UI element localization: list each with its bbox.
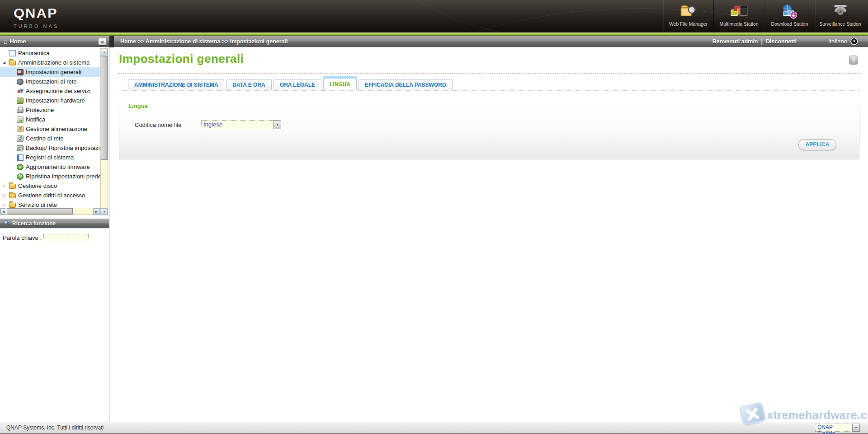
chevron-down-icon[interactable]: ▼ xyxy=(274,120,281,129)
network-settings-icon xyxy=(17,79,24,85)
keyword-label: Parola chiave : xyxy=(3,234,42,241)
theme-select-value: QNAP Classic xyxy=(815,424,852,432)
breadcrumb-bar: Home >> Amministrazione di sistema >> Im… xyxy=(114,36,868,47)
lingua-panel: Lingua Codifica nome file Inglese ▼ APPL… xyxy=(119,103,859,159)
surveillance-station-button[interactable]: Surveillance Station xyxy=(815,0,865,33)
sidebar-header: ⌂ Home « xyxy=(0,36,109,47)
sidebar-item-protezione[interactable]: Protezione xyxy=(0,105,100,115)
station-label: Surveillance Station xyxy=(816,21,864,26)
caret-collapsed-icon[interactable]: ▷ xyxy=(3,184,9,188)
language-label: Italiano xyxy=(828,38,847,45)
tab-ora-legale[interactable]: ORA LEGALE xyxy=(274,79,321,90)
function-search-body: Parola chiave : xyxy=(0,229,109,247)
station-label: Web File Manager xyxy=(665,21,712,26)
function-search-title: Ricerca funzione xyxy=(12,220,56,227)
tree-vertical-scrollbar[interactable]: ▲ ▼ xyxy=(100,48,108,215)
folder-icon xyxy=(9,203,16,208)
tab-lingua[interactable]: LINGUA xyxy=(323,76,357,90)
app-header: QNAP TURBO NAS Web File Manager xyxy=(0,0,868,33)
chevron-down-icon[interactable]: ▼ xyxy=(852,424,860,432)
accent-divider xyxy=(0,33,868,36)
band-divider xyxy=(109,36,114,47)
web-file-manager-button[interactable]: Web File Manager xyxy=(663,0,713,33)
notification-icon xyxy=(17,117,24,123)
chevron-down-icon[interactable]: ▼ xyxy=(850,37,858,45)
sidebar: Panoramica ◢ Amministrazione di sistema … xyxy=(0,47,109,422)
caret-expanded-icon[interactable]: ◢ xyxy=(3,61,9,65)
sidebar-item-amministrazione-di-sistema[interactable]: ◢ Amministrazione di sistema xyxy=(0,58,100,67)
qnap-admin-page: QNAP TURBO NAS Web File Manager xyxy=(0,0,868,434)
logout-link[interactable]: Disconnetti xyxy=(766,38,797,45)
keyword-input[interactable] xyxy=(43,234,89,241)
folder-icon xyxy=(9,193,16,198)
scroll-down-icon[interactable]: ▼ xyxy=(101,208,108,215)
sidebar-item-impostazioni-di-rete[interactable]: Impostazioni di rete xyxy=(0,77,100,86)
station-label: Download Station xyxy=(766,21,813,26)
folder-icon xyxy=(9,184,16,189)
qnap-logo: QNAP TURBO NAS xyxy=(14,5,59,29)
lock-icon xyxy=(17,109,24,113)
filename-encoding-value: Inglese xyxy=(201,120,274,129)
apply-button[interactable]: APPLICA xyxy=(798,139,836,150)
function-search-header: Ricerca funzione xyxy=(0,219,109,229)
folder-open-icon xyxy=(9,61,16,65)
tab-data-e-ora[interactable]: DATA E ORA xyxy=(226,79,271,90)
download-station-icon xyxy=(764,4,815,20)
system-logs-icon xyxy=(17,154,24,161)
footer: QNAP Systems, Inc. Tutti i diritti riser… xyxy=(0,422,868,434)
help-icon[interactable]: ? xyxy=(849,56,858,65)
caret-collapsed-icon[interactable]: ▷ xyxy=(3,203,9,207)
vertical-scroll-thumb[interactable] xyxy=(101,56,108,160)
sidebar-item-impostazioni-generali[interactable]: Impostazioni generali xyxy=(0,67,100,77)
theme-select[interactable]: QNAP Classic ▼ xyxy=(815,424,860,432)
sidebar-item-ripristina-impostazioni-predefinite[interactable]: Ripristina impostazioni predefir xyxy=(0,172,100,181)
hardware-icon xyxy=(17,98,24,104)
language-selector[interactable]: Italiano ▼ xyxy=(828,37,858,45)
sidebar-item-gestione-diritti-di-accesso[interactable]: ▷ Gestione diritti di accesso xyxy=(0,191,100,200)
sidebar-item-cestino-di-rete[interactable]: Cestino di rete xyxy=(0,134,100,143)
sidebar-item-gestione-alimentazione[interactable]: Gestione alimentazione xyxy=(0,124,100,134)
filename-encoding-label: Codifica nome file xyxy=(135,121,201,128)
scroll-right-icon[interactable]: ▶ xyxy=(93,208,100,215)
title-separator xyxy=(118,73,860,74)
tree-horizontal-scrollbar[interactable]: ◀ ▶ xyxy=(0,208,100,215)
welcome-text: Benvenuti admin xyxy=(712,38,758,45)
sidebar-item-registri-di-sistema[interactable]: Registri di sistema xyxy=(0,153,100,162)
station-shortcuts: Web File Manager Multimedia Station xyxy=(663,0,865,33)
sidebar-item-notifica[interactable]: Notifica xyxy=(0,115,100,124)
station-label: Multimedia Station xyxy=(715,21,763,26)
sidebar-item-panoramica[interactable]: Panoramica xyxy=(0,48,100,58)
sidebar-item-backup-ripristina-impostazioni[interactable]: Backup/ Ripristina impostazion xyxy=(0,143,100,153)
session-info: Benvenuti admin | Disconnetti xyxy=(712,38,797,45)
scroll-up-icon[interactable]: ▲ xyxy=(101,49,108,56)
sidebar-item-aggiornamento-firmware[interactable]: Aggiornamento firmware xyxy=(0,162,100,172)
horizontal-scroll-thumb[interactable] xyxy=(7,208,73,215)
power-management-icon xyxy=(17,126,24,132)
search-icon xyxy=(4,220,9,227)
toolbar-band: ⌂ Home « Home >> Amministrazione di sist… xyxy=(0,36,868,47)
filename-encoding-select[interactable]: Inglese ▼ xyxy=(201,120,281,129)
tab-amministrazione-di-sistema[interactable]: AMMINISTRAZIONE DI SISTEMA xyxy=(128,79,224,90)
caret-collapsed-icon[interactable]: ▷ xyxy=(3,193,9,197)
firmware-update-icon xyxy=(17,164,24,170)
page-title: Impostazioni generali xyxy=(119,52,244,66)
collapse-sidebar-icon[interactable]: « xyxy=(98,38,107,45)
sidebar-item-impostazioni-hardware[interactable]: Impostazioni hardware xyxy=(0,96,100,105)
services-icon xyxy=(17,88,24,94)
recycle-bin-icon xyxy=(17,135,24,142)
backup-restore-icon xyxy=(17,145,24,151)
sidebar-header-title: Home xyxy=(9,38,26,45)
lingua-legend: Lingua xyxy=(126,103,151,109)
breadcrumb: Home >> Amministrazione di sistema >> Im… xyxy=(120,38,288,45)
download-station-button[interactable]: Download Station xyxy=(764,0,815,33)
multimedia-station-button[interactable]: Multimedia Station xyxy=(713,0,764,33)
scroll-left-icon[interactable]: ◀ xyxy=(0,208,6,215)
copyright-text: QNAP Systems, Inc. Tutti i diritti riser… xyxy=(6,425,104,431)
main-content: Impostazioni generali ? AMMINISTRAZIONE … xyxy=(110,47,868,422)
tab-efficacia-della-password[interactable]: EFFICACIA DELLA PASSWORD xyxy=(359,79,453,90)
sidebar-item-gestione-disco[interactable]: ▷ Gestione disco xyxy=(0,181,100,191)
filename-encoding-row: Codifica nome file Inglese ▼ xyxy=(135,120,281,129)
sidebar-item-assegnazione-dei-servizi[interactable]: Assegnazione dei servizi xyxy=(0,86,100,96)
settings-tabs: AMMINISTRAZIONE DI SISTEMA DATA E ORA OR… xyxy=(118,77,860,91)
multimedia-station-icon xyxy=(714,4,764,20)
